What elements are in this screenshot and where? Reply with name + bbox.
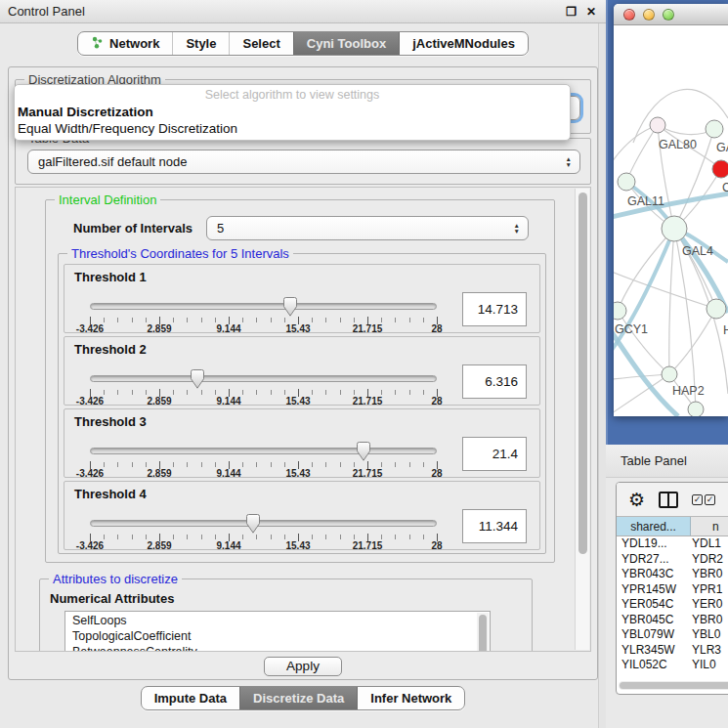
tab-label: Impute Data [154,691,227,706]
table-row[interactable]: YDL19...YDL1 [617,536,728,552]
zoom-window-icon[interactable] [663,9,674,21]
threshold-slider[interactable]: -3.4262.8599.14415.4321.71528 [90,441,437,478]
threshold-block-threshold-4: Threshold 4-3.4262.8599.14415.4321.71528… [64,481,540,550]
slider-thumb-handle[interactable] [191,369,205,389]
float-panel-icon[interactable]: ❐ [566,6,577,18]
slider-tick-label: 15.43 [285,468,310,479]
network-canvas[interactable]: GAL80GACGAL11GAL4GCY1HHAP2 [614,25,728,416]
algorithm-option-equal-width-frequency-discretization[interactable]: Equal Width/Frequency Discretization [15,120,570,137]
tab-jactivemnodules[interactable]: jActiveMNodules [399,32,528,55]
threshold-label: Threshold 3 [74,414,147,429]
slider-track[interactable] [90,375,437,382]
cell-name: YBR0 [685,567,728,582]
apply-button[interactable]: Apply [264,657,342,676]
tab-style[interactable]: Style [172,32,229,55]
select-columns-icon[interactable]: ✓✓ [692,494,715,505]
threshold-coordinates-title: Threshold's Coordinates for 5 Intervals [67,246,293,261]
slider-thumb-handle[interactable] [357,442,371,461]
slider-minor-ticks [90,318,437,322]
slider-tick-label: 9.144 [216,540,240,551]
attribute-list-item[interactable]: SelfLoops [72,613,476,628]
table-row[interactable]: YLR345WYLR3 [617,643,728,659]
network-node-gal11[interactable] [618,173,635,191]
slider-track[interactable] [90,303,437,310]
slider-tick-label: 15.43 [285,323,310,334]
numerical-attributes-list[interactable]: SelfLoopsTopologicalCoefficientBetweenne… [64,611,491,652]
threshold-value-field[interactable]: 14.713 [462,292,527,326]
threshold-slider[interactable]: -3.4262.8599.14415.4321.71528 [90,296,437,333]
slider-track[interactable] [90,520,437,527]
close-panel-icon[interactable]: ✕ [586,6,596,18]
threshold-value-field[interactable]: 21.4 [462,437,527,471]
threshold-slider[interactable]: -3.4262.8599.14415.4321.71528 [90,513,437,550]
network-desktop: GAL80GACGAL11GAL4GCY1HHAP2 [606,0,728,445]
interval-definition-title: Interval Definition [55,193,160,207]
network-node[interactable] [688,402,704,416]
cell-name: YLR3 [685,643,728,659]
minimize-window-icon[interactable] [643,9,655,21]
algorithm-dropdown-popup: Select algorithm to view settings Manual… [14,84,571,141]
network-node-gal80[interactable] [650,117,665,133]
panel-scrollbar[interactable] [575,189,589,650]
slider-minor-ticks [90,462,437,467]
cell-name: YER0 [685,597,728,613]
attributes-group: Attributes to discretize Numerical Attri… [39,578,533,652]
table-horizontal-scrollbar[interactable] [619,681,728,690]
table-data-combobox[interactable]: galFiltered.sif default node ▲▼ [27,150,580,174]
tab-select[interactable]: Select [229,32,292,55]
tab-label: Infer Network [370,691,451,706]
close-window-icon[interactable] [623,9,635,21]
tab-infer-network[interactable]: Infer Network [357,687,464,709]
slider-tick-label: 28 [431,468,442,479]
network-view-window[interactable]: GAL80GACGAL11GAL4GCY1HHAP2 [614,4,728,416]
slider-thumb-handle[interactable] [282,297,297,317]
node-label: GAL4 [682,244,713,258]
tab-impute-data[interactable]: Impute Data [142,687,239,709]
network-node-hap2[interactable] [662,366,677,382]
slider-tick-label: 21.715 [353,468,383,479]
slider-tick-label: 28 [431,396,442,407]
column-header-name[interactable]: n [691,517,728,535]
table-row[interactable]: YBR043CYBR0 [617,567,728,582]
network-node-gcy1[interactable] [614,302,626,320]
table-row[interactable]: YIL052CYIL0 [617,658,728,673]
attribute-list-item[interactable]: BetweennessCentrality [72,644,476,652]
tab-label: Cyni Toolbox [307,36,386,51]
number-of-intervals-combobox[interactable]: 5 ▲▼ [206,216,529,240]
table-row[interactable]: YPR145WYPR1 [617,582,728,598]
table-row[interactable]: YBR045CYBR0 [617,613,728,628]
network-node-c[interactable] [712,160,728,178]
settings-gear-icon[interactable]: ⚙ [628,491,645,509]
slider-thumb-handle[interactable] [245,514,260,534]
threshold-value-field[interactable]: 11.344 [462,509,527,543]
table-row[interactable]: YDR27...YDR2 [617,552,728,568]
cell-name: YBR0 [685,613,728,628]
network-node-ga[interactable] [706,120,723,138]
table-row[interactable]: YBL079WYBL0 [617,627,728,643]
slider-tick-label: 2.859 [147,468,171,479]
slider-tick-label: -3.426 [76,540,104,551]
slider-tick-label: 2.859 [147,323,171,334]
column-header-shared-name[interactable]: shared... [617,517,691,535]
top-tab-bar: NetworkStyleSelectCyni ToolboxjActiveMNo… [77,31,529,56]
tab-cyni-toolbox[interactable]: Cyni Toolbox [293,32,399,55]
threshold-value-field[interactable]: 6.316 [462,364,527,399]
threshold-block-threshold-1: Threshold 1-3.4262.8599.14415.4321.71528… [64,264,540,333]
tab-network[interactable]: Network [78,32,172,55]
panel-splitter[interactable] [598,23,606,728]
list-scrollbar[interactable] [477,613,489,652]
slider-tick-label: -3.426 [76,468,104,479]
split-view-icon[interactable] [659,492,678,508]
slider-track[interactable] [90,448,437,454]
algorithm-option-manual-discretization[interactable]: Manual Discretization [15,104,570,120]
network-node-h[interactable] [707,299,726,319]
table-row[interactable]: YER054CYER0 [617,597,728,613]
table-toolbar: ⚙ ✓✓ [617,483,728,516]
network-node-gal4[interactable] [662,216,687,241]
threshold-slider[interactable]: -3.4262.8599.14415.4321.71528 [90,368,437,406]
number-of-intervals-value: 5 [217,221,224,236]
attribute-list-item[interactable]: TopologicalCoefficient [72,628,476,644]
table-data-value: galFiltered.sif default node [38,154,187,169]
tab-discretize-data[interactable]: Discretize Data [239,687,357,709]
node-label: C [722,181,728,194]
